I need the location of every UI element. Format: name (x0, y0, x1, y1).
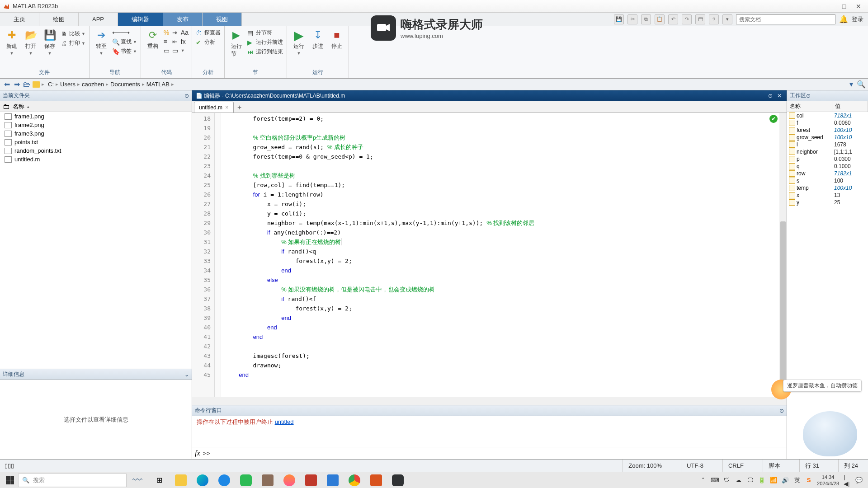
workspace-var-row[interactable]: temp100x10 (787, 184, 868, 192)
save-quick-icon[interactable]: 💾 (614, 14, 624, 24)
recorder-taskbar-icon[interactable] (387, 473, 409, 488)
code-editor[interactable]: forest(temp==2) = 0; % 空白格的部分以概率p生成新的树 g… (221, 113, 787, 397)
tray-keyboard-icon[interactable]: ⌨ (711, 477, 718, 484)
ws-col-value[interactable]: 值 (832, 101, 868, 112)
breadcrumb[interactable]: Users (58, 81, 77, 88)
login-button[interactable]: 登录 (852, 15, 863, 23)
ws-col-name[interactable]: 名称 (787, 101, 832, 112)
details-collapse-icon[interactable]: ⌄ (184, 371, 189, 378)
app-icon-2[interactable] (278, 473, 300, 488)
sort-icon[interactable]: ▴ (27, 104, 29, 109)
file-item[interactable]: random_points.txt (0, 146, 192, 155)
toolstrip-tab[interactable]: APP (79, 13, 118, 26)
workspace-var-row[interactable]: neighbor[1,1;1,1 (787, 148, 868, 155)
file-item[interactable]: frame1.png (0, 112, 192, 121)
file-tab[interactable]: untitled.m × (194, 102, 234, 113)
addr-search-icon[interactable]: 🔍 (857, 80, 865, 89)
tray-battery-icon[interactable]: 🔋 (758, 477, 765, 484)
forward-icon[interactable]: ➡ (13, 80, 21, 89)
editor-close-icon[interactable]: ✕ (776, 92, 783, 99)
search-docs-input[interactable] (736, 14, 835, 24)
cut-icon[interactable]: ✂ (627, 14, 637, 24)
horizontal-scrollbar[interactable] (192, 397, 787, 405)
workspace-var-row[interactable]: col7182x1 (787, 112, 868, 119)
app-icon-1[interactable] (257, 473, 278, 488)
explorer-icon[interactable] (170, 473, 192, 488)
toolstrip-tab[interactable]: 发布 (163, 13, 203, 26)
fold-column[interactable] (215, 113, 221, 397)
file-item[interactable]: frame3.png (0, 129, 192, 138)
command-input[interactable] (213, 450, 784, 457)
cmd-menu-icon[interactable]: ⊙ (779, 408, 784, 414)
fx-icon[interactable]: fx (195, 449, 200, 457)
workspace-var-row[interactable]: x13 (787, 192, 868, 199)
tray-app-icon-1[interactable]: |◀| (844, 477, 851, 484)
analyze-button[interactable]: ✔分析 (196, 38, 221, 46)
toolstrip-tab[interactable]: 编辑器 (118, 13, 163, 26)
copy-icon[interactable]: ⧉ (641, 14, 651, 24)
panel-menu-icon[interactable]: ⊙ (184, 93, 189, 99)
run-button[interactable]: ▶运行▼ (291, 28, 307, 56)
run-to-end-button[interactable]: ⏭运行到结束 (247, 48, 283, 56)
wechat-icon[interactable] (235, 473, 257, 488)
tray-onedrive-icon[interactable]: ☁ (735, 477, 742, 484)
tray-security-icon[interactable]: 🛡 (723, 477, 730, 484)
chrome-icon[interactable] (344, 473, 365, 488)
vertical-scrollbar[interactable] (779, 113, 787, 397)
stop-button[interactable]: ■停止 (329, 28, 345, 51)
switch-windows-icon[interactable]: 🗔 (695, 14, 705, 24)
matlab-taskbar-icon[interactable] (365, 473, 387, 488)
open-button[interactable]: 📂打开▼ (23, 28, 39, 56)
edge-icon[interactable] (192, 473, 213, 488)
addon-icon[interactable]: ▾ (722, 14, 732, 24)
workspace-var-row[interactable]: i1678 (787, 141, 868, 148)
notifications-icon[interactable]: 🔔 (839, 15, 848, 23)
breadcrumb[interactable]: caozhen (80, 81, 106, 88)
workspace-var-row[interactable]: row7182x1 (787, 170, 868, 177)
back-icon[interactable]: ⬅ (3, 80, 11, 89)
breadcrumb[interactable]: Documents (108, 81, 142, 88)
code-tool-1[interactable]: %⇥Aa (164, 29, 188, 36)
tray-ime-icon[interactable]: 英 (793, 477, 801, 484)
workspace-var-row[interactable]: forest100x10 (787, 127, 868, 134)
code-tool-2[interactable]: ≡⇤fx (164, 38, 188, 45)
workspace-var-row[interactable]: s100 (787, 177, 868, 184)
taskbar-search[interactable]: 🔍搜索 (18, 474, 127, 487)
tray-wifi-icon[interactable]: 📶 (770, 477, 777, 484)
tray-chevron-icon[interactable]: ˄ (699, 477, 707, 484)
save-button[interactable]: 💾保存▼ (42, 28, 58, 56)
redo-icon[interactable]: ↷ (682, 14, 692, 24)
run-advance-button[interactable]: ▶运行并前进 (247, 38, 283, 46)
workspace-var-row[interactable]: y25 (787, 199, 868, 206)
workspace-var-row[interactable]: q0.1000 (787, 163, 868, 170)
file-item[interactable]: points.txt (0, 138, 192, 146)
ws-menu-icon[interactable]: ⊙ (806, 93, 811, 99)
tray-volume-icon[interactable]: 🔊 (782, 477, 789, 484)
toolstrip-tab[interactable]: 视图 (203, 13, 242, 26)
media-icon[interactable] (213, 473, 235, 488)
step-button[interactable]: ↧步进 (310, 28, 326, 51)
tray-notifications-icon[interactable]: 💬 (855, 477, 863, 484)
paste-icon[interactable]: 📋 (655, 14, 665, 24)
taskview-icon[interactable]: ⊞ (148, 473, 170, 488)
cortana-icon[interactable]: 〰 (127, 473, 148, 488)
tray-display-icon[interactable]: 🖵 (746, 477, 754, 484)
profiler-button[interactable]: ⏱探查器 (196, 29, 221, 37)
find-button[interactable]: 🔍查找▼ (112, 38, 137, 46)
close-button[interactable]: ✕ (855, 3, 862, 9)
addr-dropdown-icon[interactable]: ▾ (847, 80, 855, 89)
file-tab-close-icon[interactable]: × (225, 104, 229, 111)
app-icon-3[interactable] (300, 473, 322, 488)
tray-sogou-icon[interactable]: S (805, 477, 812, 484)
add-tab-button[interactable]: + (235, 103, 245, 113)
new-button[interactable]: ✚新建▼ (4, 28, 20, 56)
cf-folder-icon[interactable]: 🗀 (3, 103, 10, 111)
goto-button[interactable]: ➔转至▼ (93, 28, 109, 56)
run-section-button[interactable]: ▶运行 节 (228, 28, 245, 59)
file-item[interactable]: frame2.png (0, 121, 192, 129)
bookmark-button[interactable]: 🔖书签▼ (112, 47, 137, 55)
nav-back-icon[interactable]: ⟵⟶ (112, 29, 137, 36)
toolstrip-tab[interactable]: 主页 (0, 13, 39, 26)
workspace-var-row[interactable]: grow_seed100x10 (787, 134, 868, 141)
breadcrumb[interactable]: MATLAB (145, 81, 171, 88)
